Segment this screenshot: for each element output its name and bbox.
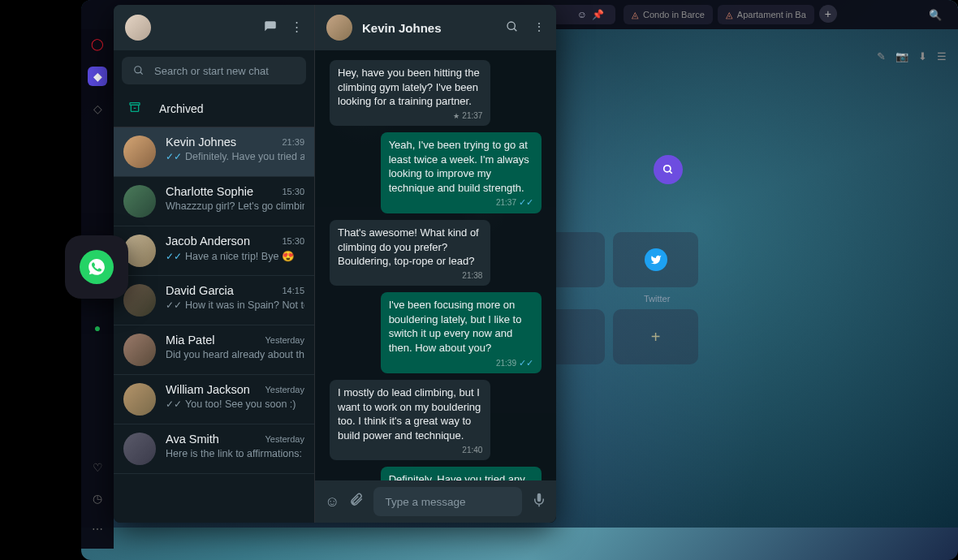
search-icon[interactable]: 🔍	[929, 9, 942, 21]
chat-name: David Garcia	[166, 284, 234, 297]
speed-search-button[interactable]	[654, 155, 683, 184]
chat-list: Kevin Johnes 21:39 ✓✓Definitely. Have yo…	[114, 127, 314, 523]
chat-avatar	[123, 235, 156, 267]
message-text: Hey, have you been hitting the climbing …	[338, 67, 480, 107]
whatsapp-sidebar: ⋮ Search or start new chat Archived Kevi…	[114, 5, 315, 523]
chat-menu-icon[interactable]: ⋮	[533, 20, 545, 36]
search-placeholder: Search or start new chat	[154, 65, 269, 77]
chat-name: William Jackson	[166, 383, 250, 396]
new-chat-icon[interactable]	[263, 19, 278, 37]
chat-preview: Whazzzup girl? Let's go climbing...	[166, 200, 304, 212]
rail-heart-icon[interactable]: ♡	[88, 458, 107, 477]
message-outgoing[interactable]: Definitely. Have you tried any specific …	[381, 467, 542, 480]
chat-avatar	[123, 185, 156, 218]
rail-history-icon[interactable]: ◷	[88, 489, 107, 508]
speed-dial-add[interactable]: +	[613, 309, 698, 364]
chat-avatar	[123, 136, 156, 168]
message-list: Hey, have you been hitting the climbing …	[315, 50, 556, 480]
chat-header: Kevin Johnes ⋮	[315, 5, 556, 50]
chat-time: 21:39	[282, 137, 304, 147]
read-checks-icon: ✓✓	[166, 151, 182, 162]
message-input[interactable]: Type a message	[373, 487, 522, 516]
whatsapp-logo-icon	[80, 250, 114, 284]
download-icon[interactable]: ⬇	[918, 50, 927, 62]
message-incoming[interactable]: That's awesome! What kind of climbing do…	[330, 220, 490, 286]
chat-avatar	[123, 433, 156, 465]
message-outgoing[interactable]: Yeah, I've been trying to go at least tw…	[381, 132, 542, 213]
chat-name: Jacob Anderson	[166, 235, 250, 248]
chat-list-item[interactable]: David Garcia 14:15 ✓✓How it was in Spain…	[114, 276, 314, 325]
archive-icon	[128, 101, 141, 117]
message-text: I've been focusing more on bouldering la…	[389, 299, 522, 354]
rail-pin-icon[interactable]: ◇	[88, 99, 107, 118]
message-time: ★21:37	[338, 110, 482, 122]
search-in-chat-icon[interactable]	[506, 20, 519, 36]
search-input[interactable]: Search or start new chat	[122, 57, 306, 84]
camera-icon[interactable]: 📷	[895, 50, 908, 62]
chat-list-item[interactable]: Jacob Anderson 15:30 ✓✓Have a nice trip!…	[114, 226, 314, 276]
speed-dial-twitter[interactable]	[613, 232, 698, 287]
rail-tabs-icon[interactable]: ◆	[88, 67, 107, 86]
sidebar-header: ⋮	[114, 5, 314, 50]
chat-time: Yesterday	[265, 434, 304, 444]
archived-label: Archived	[159, 102, 203, 115]
new-tab-button[interactable]: +	[819, 5, 837, 23]
attach-icon[interactable]	[349, 493, 364, 511]
pin-icon[interactable]: 📌	[592, 9, 604, 20]
chat-name: Charlotte Sophie	[166, 185, 253, 198]
rail-spotify-icon[interactable]: ●	[88, 318, 107, 338]
message-text: Yeah, I've been trying to go at least tw…	[389, 139, 529, 194]
menu-icon[interactable]: ⋮	[291, 19, 303, 37]
chat-preview: ✓✓Definitely. Have you tried any...	[166, 151, 304, 162]
chat-name: Kevin Johnes	[166, 136, 236, 149]
svg-line-1	[670, 171, 672, 174]
tab-item[interactable]: ◬ Apartament in Ba	[718, 5, 814, 24]
chat-list-item[interactable]: Mia Patel Yesterday Did you heard alread…	[114, 325, 314, 375]
chat-title[interactable]: Kevin Johnes	[362, 21, 442, 35]
emoji-icon[interactable]: ☺	[577, 9, 587, 20]
whatsapp-app-icon[interactable]	[65, 235, 128, 299]
whatsapp-panel: ⋮ Search or start new chat Archived Kevi…	[114, 5, 556, 523]
chat-list-item[interactable]: William Jackson Yesterday ✓✓You too! See…	[114, 375, 314, 424]
airbnb-icon: ◬	[632, 10, 638, 20]
archived-row[interactable]: Archived	[114, 91, 314, 127]
star-icon: ★	[453, 112, 460, 120]
chat-list-item[interactable]: Charlotte Sophie 15:30 Whazzzup girl? Le…	[114, 177, 314, 226]
message-time: 21:37✓✓	[389, 196, 533, 209]
chat-time: 15:30	[282, 187, 304, 196]
opera-logo-icon[interactable]: ◯	[88, 34, 107, 54]
message-incoming[interactable]: Hey, have you been hitting the climbing …	[330, 60, 490, 126]
message-time: 21:40	[338, 445, 482, 456]
search-container: Search or start new chat	[114, 50, 314, 91]
chat-preview: ✓✓You too! See you soon :)	[166, 398, 304, 410]
svg-line-8	[514, 28, 516, 31]
chat-list-item[interactable]: Ava Smith Yesterday Here is the link to …	[114, 424, 314, 474]
edit-icon[interactable]: ✎	[877, 50, 886, 62]
message-placeholder: Type a message	[385, 496, 465, 508]
chat-time: 15:30	[282, 236, 304, 246]
delivered-checks-icon: ✓✓	[166, 398, 182, 410]
self-avatar[interactable]	[125, 15, 151, 41]
chat-avatar	[123, 334, 156, 366]
tab-item[interactable]: ◬ Condo in Barce	[624, 5, 713, 24]
mic-icon[interactable]	[532, 493, 546, 511]
speed-dial-label: Twitter	[644, 294, 670, 304]
emoji-icon[interactable]: ☺	[325, 493, 339, 510]
chat-time: Yesterday	[265, 335, 304, 345]
message-outgoing[interactable]: I've been focusing more on bouldering la…	[381, 292, 542, 373]
chat-preview: ✓✓Have a nice trip! Bye 😍	[166, 250, 304, 262]
page-actions: ✎ 📷 ⬇ ☰	[877, 50, 947, 62]
airbnb-icon: ◬	[726, 10, 732, 20]
svg-point-2	[135, 67, 141, 73]
chat-preview: ✓✓How it was in Spain? Not too...	[166, 299, 304, 311]
message-text: Definitely. Have you tried any specific …	[389, 473, 528, 480]
chat-name: Mia Patel	[166, 334, 214, 347]
read-checks-icon: ✓✓	[519, 358, 533, 368]
chat-pane: Kevin Johnes ⋮ Hey, have you been hittin…	[315, 5, 556, 523]
message-incoming[interactable]: I mostly do lead climbing, but I want to…	[330, 380, 490, 460]
rail-more-icon[interactable]: ⋯	[88, 519, 107, 539]
bookmark-icon[interactable]: ☰	[937, 50, 947, 62]
chat-avatar[interactable]	[326, 15, 352, 41]
chat-list-item[interactable]: Kevin Johnes 21:39 ✓✓Definitely. Have yo…	[114, 127, 314, 177]
read-checks-icon: ✓✓	[166, 251, 182, 262]
